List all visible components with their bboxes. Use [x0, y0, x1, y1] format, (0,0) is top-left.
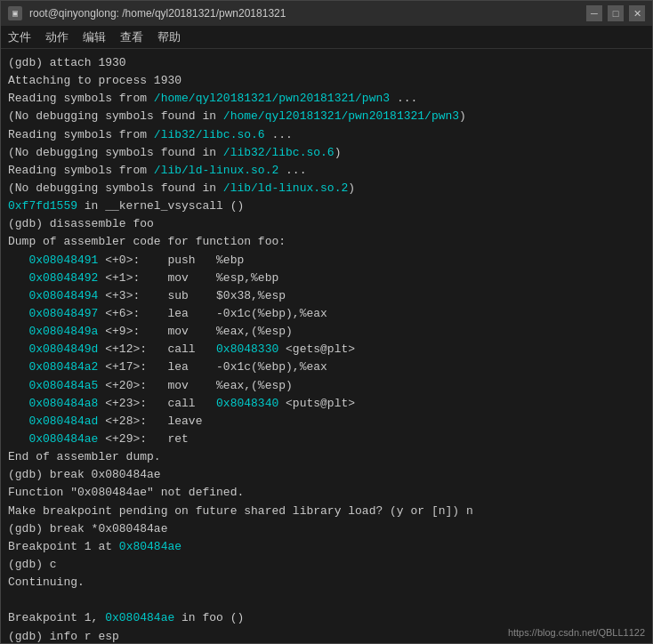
- menu-edit[interactable]: 编辑: [83, 29, 106, 45]
- path-pwn3-2: /home/qyl20181321/pwn20181321/pwn3: [223, 109, 459, 123]
- terminal-window: ▣ root@qinyonglong: /home/qyl20181321/pw…: [0, 0, 653, 644]
- line-breakpoint-1: Breakpoint 1 at 0x80484ae: [8, 538, 645, 556]
- asm-9: 0x080484ad <+28>: leave: [8, 413, 645, 431]
- line-disassemble: (gdb) disassemble foo: [8, 215, 645, 233]
- watermark: https://blog.csdn.net/QBLL1122: [508, 627, 645, 638]
- bp-addr: 0x80484ae: [119, 540, 181, 553]
- line-end-dump: End of assembler dump.: [8, 448, 645, 466]
- line-blank1: [8, 592, 645, 609]
- window-controls: ─ □ ✕: [586, 5, 645, 21]
- line-no-debug-pwn3: (No debugging symbols found in /home/qyl…: [8, 108, 645, 125]
- path-ld-2: /lib/ld-linux.so.2: [223, 181, 348, 195]
- line-break-star: (gdb) break *0x080484ae: [8, 520, 645, 538]
- line-func-not-defined: Function "0x080484ae" not defined.: [8, 484, 645, 502]
- window-icon: ▣: [8, 6, 22, 20]
- path-libc-2: /lib32/libc.so.6: [223, 146, 335, 159]
- asm-4: 0x0804849a <+9>: mov %eax,(%esp): [8, 323, 645, 341]
- line-gdb-attach: (gdb) attach 1930: [8, 54, 645, 72]
- title-bar: ▣ root@qinyonglong: /home/qyl20181321/pw…: [1, 1, 652, 26]
- asm-5: 0x0804849d <+12>: call 0x8048330 <gets@p…: [8, 341, 645, 358]
- asm-0: 0x08048491 <+0>: push %ebp: [8, 252, 645, 270]
- asm-3: 0x08048497 <+6>: lea -0x1c(%ebp),%eax: [8, 305, 645, 323]
- menu-action[interactable]: 动作: [45, 29, 69, 45]
- asm-7: 0x080484a5 <+20>: mov %eax,(%esp): [8, 377, 645, 395]
- line-break-addr: (gdb) break 0x080484ae: [8, 466, 645, 484]
- asm-8: 0x080484a8 <+23>: call 0x8048340 <puts@p…: [8, 395, 645, 413]
- line-continuing: Continuing.: [8, 574, 645, 592]
- maximize-button[interactable]: □: [608, 5, 624, 21]
- line-no-debug-ld: (No debugging symbols found in /lib/ld-l…: [8, 180, 645, 197]
- title-bar-left: ▣ root@qinyonglong: /home/qyl20181321/pw…: [8, 6, 286, 20]
- close-button[interactable]: ✕: [629, 5, 645, 21]
- line-c: (gdb) c: [8, 556, 645, 574]
- menu-help[interactable]: 帮助: [157, 29, 181, 45]
- path-ld: /lib/ld-linux.so.2: [154, 164, 278, 177]
- line-dump-header: Dump of assembler code for function foo:: [8, 233, 645, 251]
- asm-10: 0x080484ae <+29>: ret: [8, 431, 645, 448]
- menu-view[interactable]: 查看: [120, 29, 143, 45]
- menu-bar: 文件 动作 编辑 查看 帮助: [1, 26, 652, 49]
- asm-2: 0x08048494 <+3>: sub $0x38,%esp: [8, 287, 645, 305]
- bp-hit-addr: 0x080484ae: [105, 611, 174, 624]
- terminal-output: (gdb) attach 1930 Attaching to process 1…: [1, 49, 652, 643]
- line-reading-ld: Reading symbols from /lib/ld-linux.so.2 …: [8, 162, 645, 180]
- line-reading-libc: Reading symbols from /lib32/libc.so.6 ..…: [8, 126, 645, 144]
- path-libc: /lib32/libc.so.6: [154, 128, 265, 141]
- line-no-debug-libc: (No debugging symbols found in /lib32/li…: [8, 144, 645, 162]
- path-pwn3: /home/qyl20181321/pwn20181321/pwn3: [154, 92, 390, 105]
- addr-vsyscall: 0xf7fd1559: [8, 199, 77, 213]
- line-vsyscall: 0xf7fd1559 in __kernel_vsyscall (): [8, 197, 645, 215]
- asm-1: 0x08048492 <+1>: mov %esp,%ebp: [8, 270, 645, 287]
- menu-file[interactable]: 文件: [8, 29, 31, 45]
- minimize-button[interactable]: ─: [586, 5, 602, 21]
- line-bp-hit: Breakpoint 1, 0x080484ae in foo (): [8, 609, 645, 627]
- line-attaching: Attaching to process 1930: [8, 72, 645, 90]
- line-make-breakpoint: Make breakpoint pending on future shared…: [8, 503, 645, 520]
- window-title: root@qinyonglong: /home/qyl20181321/pwn2…: [29, 7, 286, 20]
- line-reading-pwn3: Reading symbols from /home/qyl20181321/p…: [8, 90, 645, 108]
- asm-6: 0x080484a2 <+17>: lea -0x1c(%ebp),%eax: [8, 358, 645, 376]
